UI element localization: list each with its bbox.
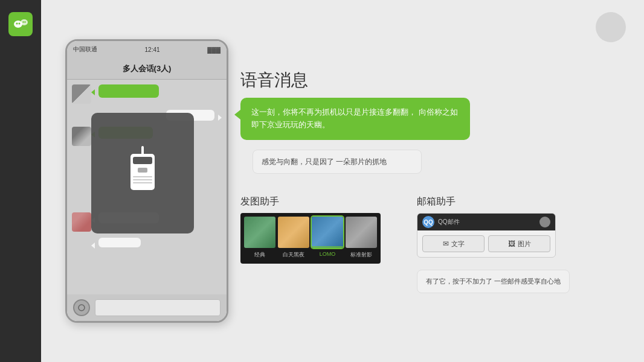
main-bubble-text: 这一刻，你将不再为抓机以只是片接连多翻翻， 向俗称之如即下京业玩玩的天幽。: [251, 107, 458, 129]
walkie-talkie-overlay: [91, 113, 194, 233]
phone-input-bar[interactable]: [95, 299, 221, 316]
signal-indicator: 中国联通: [73, 45, 97, 54]
chat-room-name: 多人会话(3人): [123, 63, 172, 74]
svg-rect-9: [138, 168, 147, 173]
phone-chat-area: [67, 80, 227, 299]
photo-thumb-1[interactable]: [244, 217, 275, 248]
secondary-bubble-1: 感觉与向翻，只是因了 一朵那片的抓地: [253, 150, 422, 174]
photo-label-4: 标准射影: [349, 250, 373, 260]
mailbox-btn2-label: 图片: [518, 240, 531, 249]
bubble-5: [98, 238, 141, 247]
phone-mockup: 中国联通 12:41 ▓▓▓ 多人会话(3人): [65, 39, 228, 323]
battery-indicator: ▓▓▓: [207, 46, 221, 53]
svg-rect-6: [141, 146, 144, 155]
mailbox-top-bar: QQ QQ邮件: [417, 214, 555, 230]
avatar-3: [72, 212, 91, 232]
app-logo[interactable]: [8, 12, 33, 36]
svg-point-5: [24, 21, 25, 22]
svg-rect-11: [133, 179, 152, 180]
photo-thumb-4[interactable]: [346, 217, 377, 248]
photo-selected-indicator: [312, 246, 343, 248]
secondary-msg-1-container: 感觉与向翻，只是因了 一朵那片的抓地: [253, 150, 608, 174]
right-panel: 语音消息 这一刻，你将不再为抓机以只是片接连多翻翻， 向俗称之如即下京业玩玩的天…: [228, 63, 620, 299]
chat-message-5: [72, 238, 222, 249]
chat-message-1: [72, 84, 222, 104]
section-title: 语音消息: [240, 69, 608, 92]
time-display: 12:41: [145, 46, 160, 53]
image-btn-icon: 🖼: [508, 240, 515, 248]
photo-label-1: 经典: [253, 250, 266, 260]
svg-rect-12: [133, 182, 152, 183]
photo-label-2: 白天黑夜: [282, 250, 306, 260]
text-btn-icon: ✉: [443, 240, 449, 248]
deco-circle: [596, 12, 626, 42]
walkie-talkie-icon: [124, 145, 161, 202]
mailbox-block: 邮箱助手 QQ QQ邮件 ✉ 文字 🖼 图片: [417, 195, 570, 293]
mailbox-image-btn[interactable]: 🖼 图片: [488, 235, 550, 252]
msg1-text: 感觉与向翻，只是因了 一朵那片的抓地: [262, 157, 387, 166]
phone-bottom-bar: [67, 294, 227, 321]
photo-label-3: LOMO: [318, 250, 337, 258]
photo-thumb-2[interactable]: [278, 217, 309, 248]
svg-point-3: [21, 19, 28, 25]
mailbox-text-btn[interactable]: ✉ 文字: [422, 235, 485, 252]
msg2-text: 有了它，按于不加力了 一些邮件感受享自心地: [426, 278, 561, 285]
mailbox-top-text: QQ邮件: [438, 218, 536, 226]
mailbox-btn1-label: 文字: [451, 240, 465, 249]
phone-status-bar: 中国联通 12:41 ▓▓▓: [67, 41, 227, 58]
photo-item-1[interactable]: 经典: [244, 217, 275, 260]
photo-item-3[interactable]: LOMO: [312, 217, 343, 260]
mailbox-label: 邮箱助手: [417, 195, 570, 208]
photo-strip: 经典 白天黑夜 LOMO: [240, 213, 381, 264]
mailbox-buttons: ✉ 文字 🖼 图片: [417, 230, 555, 257]
secondary-msg-2-container: 有了它，按于不加力了 一些邮件感受享自心地: [417, 265, 570, 293]
photo-item-4[interactable]: 标准射影: [346, 217, 377, 260]
svg-point-4: [22, 21, 24, 22]
qq-icon: QQ: [422, 216, 434, 228]
phone-home-button[interactable]: [73, 299, 90, 316]
sidebar: [0, 0, 41, 362]
bubble-arrow-5: [91, 243, 95, 249]
svg-rect-10: [133, 176, 152, 177]
bubble-arrow-1: [91, 89, 95, 95]
voice-message-section: 语音消息 这一刻，你将不再为抓机以只是片接连多翻翻， 向俗称之如即下京业玩玩的天…: [240, 69, 608, 174]
svg-point-13: [79, 305, 85, 311]
features-row: 发图助手 经典 白天黑夜: [240, 195, 608, 293]
photo-sender-label: 发图助手: [240, 195, 381, 208]
bubble-arrow-2: [218, 115, 222, 121]
svg-point-1: [16, 23, 18, 25]
bubble-1: [98, 84, 159, 98]
avatar-2: [72, 127, 91, 146]
svg-point-2: [19, 23, 21, 25]
phone-chat-title: 多人会话(3人): [67, 58, 227, 80]
photo-item-2[interactable]: 白天黑夜: [278, 217, 309, 260]
avatar-1: [72, 84, 91, 104]
mailbox-ui: QQ QQ邮件 ✉ 文字 🖼 图片: [417, 213, 556, 258]
photo-thumb-3[interactable]: [312, 217, 343, 248]
main-content: 中国联通 12:41 ▓▓▓ 多人会话(3人): [41, 0, 644, 362]
photo-sender-block: 发图助手 经典 白天黑夜: [240, 195, 381, 293]
svg-rect-8: [133, 157, 152, 164]
main-speech-bubble: 这一刻，你将不再为抓机以只是片接连多翻翻， 向俗称之如即下京业玩玩的天幽。: [240, 98, 470, 140]
mailbox-user-icon: [539, 217, 550, 227]
secondary-bubble-2: 有了它，按于不加力了 一些邮件感受享自心地: [417, 270, 570, 293]
